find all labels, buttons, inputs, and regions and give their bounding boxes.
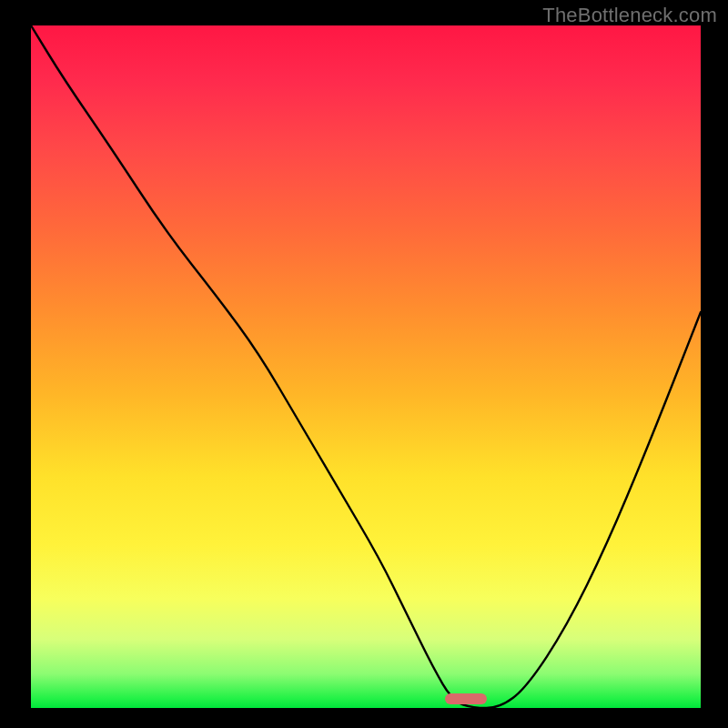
bottleneck-curve bbox=[31, 25, 701, 708]
curve-path bbox=[31, 25, 701, 708]
watermark-text: TheBottleneck.com bbox=[542, 4, 717, 27]
chart-frame: TheBottleneck.com bbox=[0, 0, 728, 728]
plot-area bbox=[31, 25, 701, 708]
optimal-marker bbox=[445, 693, 487, 704]
